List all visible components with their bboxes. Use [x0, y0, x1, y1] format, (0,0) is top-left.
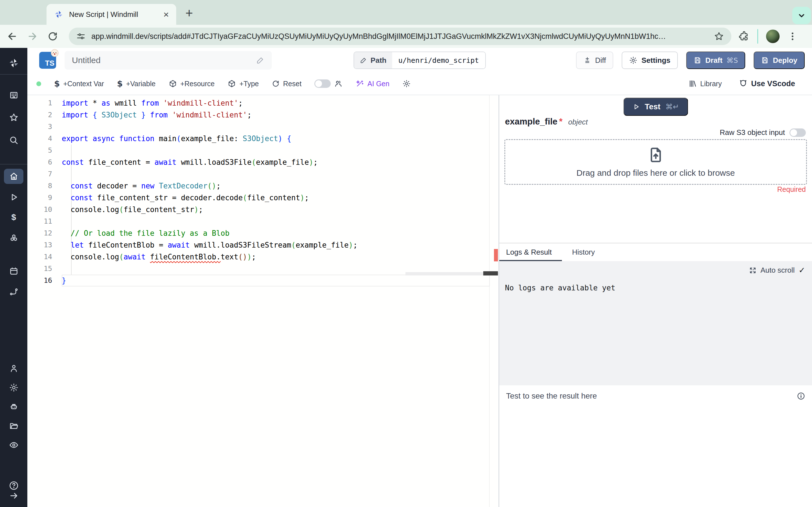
profile-avatar[interactable]	[766, 30, 779, 43]
code-line[interactable]: 3	[28, 121, 499, 133]
sidebar-item-workspace[interactable]	[0, 91, 28, 100]
code-line[interactable]: 9 const file_content_str = decoder.decod…	[28, 192, 499, 204]
tab-history[interactable]: History	[572, 248, 595, 257]
line-number: 1	[28, 97, 62, 109]
browser-tab[interactable]: New Script | Windmill ×	[47, 4, 176, 25]
code-text	[62, 216, 490, 227]
line-number: 3	[28, 121, 62, 133]
script-name-input[interactable]: Untitled	[64, 51, 272, 69]
code-editor[interactable]: 1import * as wmill from 'windmill-client…	[28, 95, 499, 507]
site-settings-icon[interactable]	[76, 32, 86, 41]
sidebar-item-flows[interactable]	[0, 287, 28, 297]
horizontal-scrollbar-thumb[interactable]	[483, 271, 498, 276]
line-number: 2	[28, 109, 62, 121]
code-line[interactable]: 1import * as wmill from 'windmill-client…	[28, 97, 499, 109]
sidebar-item-folders[interactable]	[0, 421, 28, 431]
script-header: TS Untitled	[28, 48, 812, 73]
draft-button[interactable]: Draft ⌘S	[686, 52, 746, 69]
reload-button[interactable]	[45, 28, 61, 45]
back-button[interactable]	[4, 28, 20, 45]
play-icon	[9, 192, 18, 202]
sidebar-item-runs[interactable]	[0, 192, 28, 202]
line-number: 11	[28, 216, 62, 227]
code-line[interactable]: 2import { S3Object } from 'windmill-clie…	[28, 109, 499, 121]
code-text: console.log(await fileContentBlob.text()…	[62, 251, 490, 263]
sidebar-item-favorites[interactable]	[0, 113, 28, 122]
file-dropzone[interactable]: Drag and drop files here or click to bro…	[504, 139, 807, 185]
sidebar-item-settings[interactable]	[0, 383, 28, 392]
deploy-button[interactable]: Deploy	[754, 52, 805, 69]
dollar-icon: $	[54, 79, 60, 89]
library-button[interactable]: Library	[689, 79, 722, 88]
sidebar-item-help[interactable]	[0, 481, 28, 491]
code-lines[interactable]: 1import * as wmill from 'windmill-client…	[28, 97, 499, 286]
info-icon[interactable]	[797, 392, 805, 400]
star-icon	[9, 113, 18, 122]
users-icon	[334, 79, 343, 88]
code-line[interactable]: 14 console.log(await fileContentBlob.tex…	[28, 251, 499, 263]
toolbar-separator	[757, 29, 758, 44]
reset-button[interactable]: Reset	[272, 80, 301, 88]
code-line[interactable]: 12 // Or load the file lazily as a Blob	[28, 227, 499, 239]
code-line[interactable]: 7	[28, 168, 499, 180]
add-type-button[interactable]: +Type	[227, 79, 259, 88]
new-tab-button[interactable]: +	[182, 6, 197, 20]
code-line[interactable]: 10 console.log(file_content_str);	[28, 204, 499, 216]
tab-logs-result[interactable]: Logs & Result	[506, 248, 552, 257]
extensions-puzzle-icon[interactable]	[739, 31, 749, 42]
code-line[interactable]: 6const file_content = await wmill.loadS3…	[28, 156, 499, 168]
line-number: 14	[28, 251, 62, 263]
url-bar[interactable]: app.windmill.dev/scripts/add#JTdCJTIyaGF…	[69, 27, 731, 45]
sidebar-item-schedules[interactable]	[0, 266, 28, 276]
library-icon	[689, 79, 697, 88]
sidebar-divider	[0, 164, 28, 165]
add-resource-button[interactable]: +Resource	[168, 79, 215, 88]
auto-scroll-control[interactable]: Auto scroll ✓	[749, 266, 805, 275]
add-context-var-button[interactable]: $ +Context Var	[54, 79, 104, 89]
add-variable-button[interactable]: $ +Variable	[117, 79, 156, 89]
sidebar-item-home[interactable]	[0, 172, 28, 181]
path-chip[interactable]: Path u/henri/demo_script	[354, 52, 486, 69]
code-line[interactable]: 5	[28, 145, 499, 156]
sidebar-item-resources[interactable]	[0, 233, 28, 243]
sidebar-expand-button[interactable]	[0, 491, 28, 501]
ai-gen-button[interactable]: AI Gen	[356, 79, 389, 88]
code-line[interactable]: 8 const decoder = new TextDecoder();	[28, 180, 499, 192]
use-vscode-button[interactable]: Use VScode	[739, 79, 795, 88]
raw-s3-label: Raw S3 object input	[720, 128, 785, 137]
sidebar-item-variables[interactable]: $	[0, 212, 28, 222]
line-number: 13	[28, 239, 62, 251]
multiplayer-toggle[interactable]	[314, 79, 331, 88]
code-line[interactable]: 4export async function main(example_file…	[28, 133, 499, 145]
sidebar-item-workers[interactable]	[0, 402, 28, 411]
toggle-knob	[790, 129, 797, 136]
line-number: 4	[28, 133, 62, 145]
editor-settings-gear-icon[interactable]	[402, 79, 411, 88]
tab-search-button[interactable]	[792, 7, 811, 24]
cubes-icon	[9, 233, 18, 243]
auto-scroll-label: Auto scroll	[760, 266, 795, 275]
settings-button[interactable]: Settings	[622, 52, 678, 69]
browser-menu-icon[interactable]	[788, 31, 798, 41]
check-icon: ✓	[799, 266, 805, 275]
tab-close-icon[interactable]: ×	[163, 10, 169, 19]
code-line[interactable]: 13 let fileContentBlob = await wmill.loa…	[28, 239, 499, 251]
line-number: 8	[28, 180, 62, 192]
typescript-badge: TS	[39, 52, 56, 69]
code-line[interactable]: 11	[28, 216, 499, 227]
sidebar: $	[0, 48, 28, 507]
calendar-icon	[9, 266, 18, 276]
dollar-icon: $	[11, 212, 16, 222]
test-button[interactable]: Test ⌘↵	[623, 98, 688, 116]
sidebar-item-search[interactable]	[0, 135, 28, 145]
sidebar-item-account[interactable]	[0, 363, 28, 373]
forward-button[interactable]	[24, 28, 41, 45]
sidebar-item-audit-logs[interactable]	[0, 440, 28, 450]
raw-s3-toggle[interactable]	[790, 128, 806, 137]
code-line[interactable]: 16}	[28, 275, 499, 286]
bookmark-star-icon[interactable]	[714, 31, 724, 41]
diff-button[interactable]: Diff	[576, 52, 613, 69]
url-text[interactable]: app.windmill.dev/scripts/add#JTdCJTIyaGF…	[91, 32, 708, 41]
windmill-logo[interactable]	[0, 57, 28, 69]
no-logs-message: No logs are available yet	[505, 284, 615, 292]
